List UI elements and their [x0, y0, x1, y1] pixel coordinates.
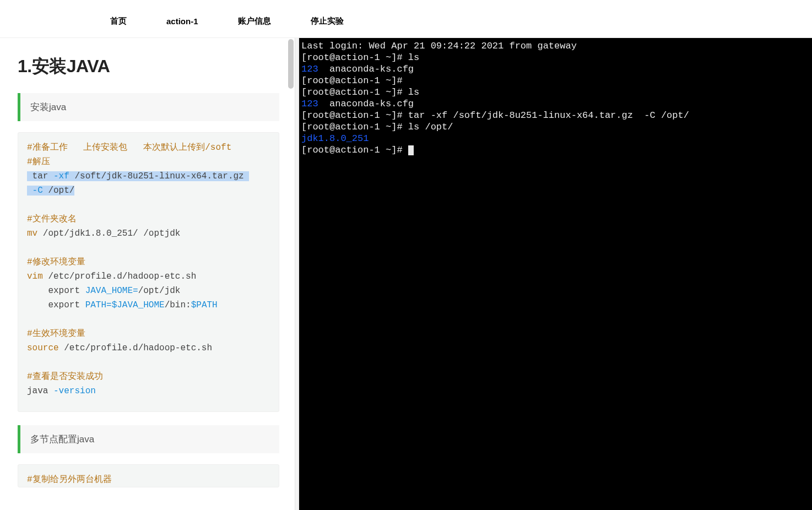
- term-out-dir: 123: [301, 99, 318, 109]
- code-comment: #文件夹改名: [27, 214, 77, 224]
- code-cmd: tar: [27, 171, 53, 181]
- section-multinode-java: 多节点配置java: [18, 425, 279, 453]
- code-comment: #准备工作 上传安装包 本次默认上传到: [27, 143, 205, 153]
- term-out-dir: jdk1.8.0_251: [301, 133, 369, 144]
- term-out: anaconda-ks.cfg: [318, 99, 414, 109]
- code-block-1[interactable]: #准备工作 上传安装包 本次默认上传到/soft #解压 tar -xf /so…: [18, 132, 279, 412]
- top-nav: 首页 action-1 账户信息 停止实验: [0, 5, 812, 38]
- browser-bookmark-bar: [0, 0, 812, 5]
- term-out: anaconda-ks.cfg: [318, 64, 414, 74]
- code-kw: export: [27, 300, 85, 310]
- code-arg: /opt/: [43, 186, 75, 196]
- term-prompt: [root@action-1 ~]#: [301, 145, 408, 155]
- terminal-cursor: [408, 145, 414, 155]
- code-cmd: source: [27, 343, 59, 353]
- nav-stop[interactable]: 停止实验: [311, 16, 344, 26]
- code-var: PATH=$JAVA_HOME: [85, 300, 165, 310]
- scrollbar-thumb[interactable]: [288, 39, 294, 89]
- page-title: 1.安装JAVA: [18, 55, 279, 79]
- code-comment: #生效环境变量: [27, 329, 85, 339]
- code-comment: #解压: [27, 157, 50, 167]
- code-cmd: vim: [27, 272, 43, 281]
- code-comment: #复制给另外两台机器: [27, 475, 112, 485]
- term-line: [root@action-1 ~]# ls /opt/: [301, 122, 453, 132]
- split-divider[interactable]: [295, 38, 299, 510]
- term-line: [root@action-1 ~]# ls: [301, 52, 419, 63]
- code-arg: /etc/profile.d/hadoop-etc.sh: [43, 272, 196, 281]
- section-install-java: 安装java: [18, 93, 279, 121]
- terminal-pane[interactable]: Last login: Wed Apr 21 09:24:22 2021 fro…: [299, 38, 812, 510]
- term-line: Last login: Wed Apr 21 09:24:22 2021 fro…: [301, 41, 577, 51]
- term-line: [root@action-1 ~]#: [301, 75, 408, 86]
- code-arg: /bin:: [165, 300, 191, 310]
- code-comment: #查看是否安装成功: [27, 372, 103, 382]
- term-out-dir: 123: [301, 64, 318, 74]
- nav-home[interactable]: 首页: [110, 16, 127, 26]
- code-flag: -version: [53, 386, 96, 396]
- term-line: [root@action-1 ~]# ls: [301, 87, 419, 97]
- nav-action[interactable]: action-1: [166, 17, 198, 26]
- code-arg: /opt/jdk1.8.0_251/ /optjdk: [37, 229, 180, 238]
- code-block-2[interactable]: #复制给另外两台机器: [18, 464, 279, 487]
- main-area: 1.安装JAVA 安装java #准备工作 上传安装包 本次默认上传到/soft…: [0, 38, 812, 510]
- code-cmd: mv: [27, 229, 37, 238]
- code-flag: -xf: [53, 171, 69, 181]
- code-var: $PATH: [191, 300, 218, 310]
- code-cmd: java: [27, 386, 53, 396]
- selected-text: tar -xf /soft/jdk-8u251-linux-x64.tar.gz…: [27, 171, 249, 196]
- code-var: JAVA_HOME=: [85, 286, 138, 296]
- nav-account[interactable]: 账户信息: [238, 16, 271, 26]
- code-kw: export: [27, 286, 85, 296]
- code-arg: /soft/jdk-8u251-linux-x64.tar.gz: [69, 171, 249, 181]
- code-arg: /opt/jdk: [138, 286, 181, 296]
- code-path: /soft: [205, 143, 231, 153]
- code-arg: /etc/profile.d/hadoop-etc.sh: [59, 343, 212, 353]
- code-flag: -C: [27, 186, 43, 196]
- term-line: [root@action-1 ~]# tar -xf /soft/jdk-8u2…: [301, 110, 689, 121]
- code-comment: #修改环境变量: [27, 257, 85, 267]
- instructions-pane[interactable]: 1.安装JAVA 安装java #准备工作 上传安装包 本次默认上传到/soft…: [0, 38, 295, 510]
